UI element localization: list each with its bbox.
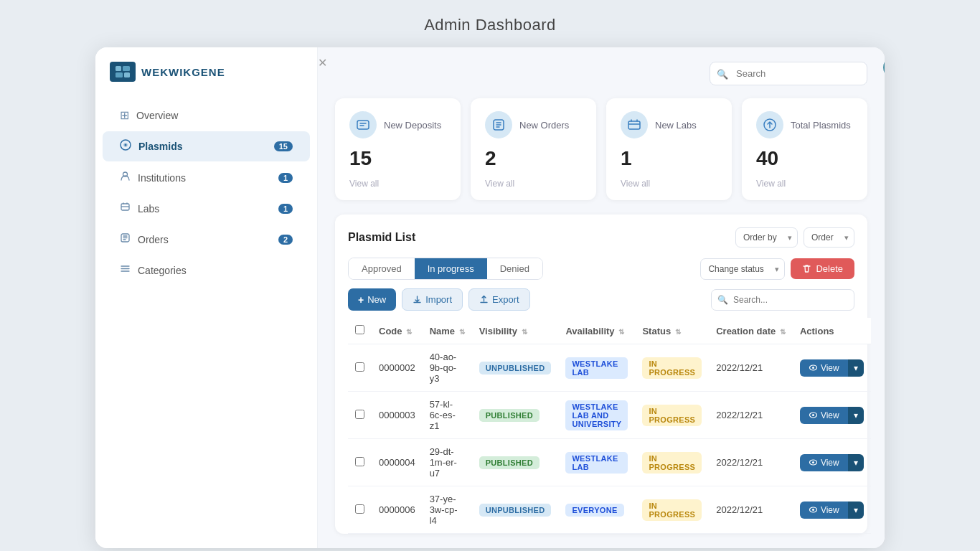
stat-card-header: New Deposits <box>349 111 446 138</box>
new-button[interactable]: + New <box>348 288 396 311</box>
labs-badge: 1 <box>278 204 293 214</box>
row-checkbox[interactable] <box>355 457 364 466</box>
view-all-link[interactable]: View all <box>756 179 853 189</box>
order-by-select[interactable]: Order by <box>735 227 798 248</box>
svg-point-16 <box>812 414 814 416</box>
col-visibility: Visibility ⇅ <box>472 318 559 344</box>
availability-badge: WESTLAKE LAB <box>565 357 628 379</box>
logo-icon <box>110 62 136 82</box>
tab-approved[interactable]: Approved <box>349 258 415 279</box>
status-badge: IN PROGRESS <box>642 357 702 379</box>
view-all-link[interactable]: View all <box>485 179 582 189</box>
sidebar-item-plasmids[interactable]: Plasmids 15 <box>103 131 310 161</box>
order-controls: Order by Order <box>735 227 854 248</box>
export-button[interactable]: Export <box>468 288 530 311</box>
sidebar-item-institutions[interactable]: Institutions 1 <box>103 163 310 192</box>
row-actions: View ▾ <box>793 344 871 392</box>
main-content: 🔍 New Deposits <box>318 47 885 548</box>
stat-card-new-orders: New Orders 2 View all <box>471 98 596 200</box>
sidebar-item-labs[interactable]: Labs 1 <box>103 194 310 223</box>
view-all-link[interactable]: View all <box>349 179 446 189</box>
close-button[interactable]: ✕ <box>318 56 327 70</box>
plasmid-section-title: Plasmid List <box>348 231 415 244</box>
row-checkbox[interactable] <box>355 362 364 372</box>
row-checkbox[interactable] <box>355 410 364 419</box>
sidebar-item-label: Categories <box>138 265 187 276</box>
availability-badge: WESTLAKE LAB <box>565 452 628 474</box>
delete-label: Delete <box>816 263 843 274</box>
select-all-checkbox[interactable] <box>355 325 364 334</box>
tab-filters-row: Approved In progress Denied Change statu… <box>348 258 854 280</box>
col-name: Name ⇅ <box>423 318 472 344</box>
row-visibility: PUBLISHED <box>472 439 559 486</box>
row-actions: View ▾ <box>793 392 871 439</box>
row-checkbox[interactable] <box>355 504 364 514</box>
view-button[interactable]: View <box>800 407 848 424</box>
eye-icon <box>809 410 818 420</box>
sidebar-item-orders[interactable]: Orders 2 <box>103 225 310 254</box>
svg-point-18 <box>812 461 814 463</box>
row-actions: View ▾ <box>793 486 871 534</box>
sidebar-item-label: Labs <box>138 203 159 215</box>
col-creation-date: Creation date ⇅ <box>709 318 793 344</box>
labs-icon <box>120 202 131 215</box>
view-btn-group: View ▾ <box>800 359 864 377</box>
trash-icon <box>802 264 811 273</box>
row-code: 0000003 <box>372 392 423 439</box>
sidebar-item-label: Institutions <box>138 172 186 184</box>
row-availability: WESTLAKE LAB <box>558 344 635 392</box>
row-availability: EVERYONE <box>558 486 635 534</box>
sidebar-item-overview[interactable]: ⊞ Overview <box>103 100 310 130</box>
delete-button[interactable]: Delete <box>791 258 854 279</box>
col-status: Status ⇅ <box>635 318 709 344</box>
row-name: 37-ye-3w-cp-l4 <box>423 486 472 534</box>
import-button[interactable]: Import <box>402 288 463 311</box>
order-by-wrapper: Order by <box>735 227 798 248</box>
svg-rect-9 <box>357 121 369 129</box>
view-dropdown-button[interactable]: ▾ <box>848 359 864 377</box>
view-button[interactable]: View <box>800 359 848 377</box>
search-icon: 🔍 <box>717 68 728 79</box>
tab-in-progress[interactable]: In progress <box>415 258 487 279</box>
row-name: 57-kl-6c-es-z1 <box>423 392 472 439</box>
stat-card-header: New Orders <box>485 111 582 138</box>
stats-grid: New Deposits 15 View all New <box>335 98 867 200</box>
change-status-wrapper: Change status <box>700 258 785 280</box>
row-visibility: UNPUBLISHED <box>472 344 559 392</box>
sidebar-item-categories[interactable]: Categories <box>103 255 310 285</box>
orders-icon <box>120 232 131 246</box>
svg-point-20 <box>812 509 814 511</box>
view-dropdown-button[interactable]: ▾ <box>848 407 864 424</box>
availability-badge: WESTLAKE LAB AND UNIVERSITY <box>565 400 628 430</box>
row-code: 0000006 <box>372 486 423 534</box>
change-status-select[interactable]: Change status <box>700 258 785 280</box>
tab-denied[interactable]: Denied <box>487 258 542 279</box>
order-select[interactable]: Order <box>804 227 854 248</box>
view-dropdown-button[interactable]: ▾ <box>848 501 864 519</box>
plasmids-icon <box>120 139 131 154</box>
row-visibility: UNPUBLISHED <box>472 486 559 534</box>
sidebar-item-label: Plasmids <box>138 141 182 152</box>
view-button[interactable]: View <box>800 454 848 471</box>
eye-icon <box>809 363 818 372</box>
svg-rect-3 <box>124 72 130 77</box>
table-search-input[interactable] <box>711 289 854 311</box>
row-name: 29-dt-1m-er-u7 <box>423 439 472 486</box>
eye-icon <box>809 458 818 467</box>
stat-card-value: 40 <box>756 147 853 170</box>
visibility-badge: PUBLISHED <box>479 409 540 422</box>
status-badge: IN PROGRESS <box>642 405 702 426</box>
view-dropdown-button[interactable]: ▾ <box>848 454 864 471</box>
row-status: IN PROGRESS <box>635 486 709 534</box>
stat-card-value: 2 <box>485 147 582 170</box>
logo-text: WEKWIKGENE <box>141 66 225 78</box>
search-input[interactable] <box>710 62 867 85</box>
row-availability: WESTLAKE LAB AND UNIVERSITY <box>558 392 635 439</box>
view-all-link[interactable]: View all <box>621 179 717 189</box>
table-row: 0000004 29-dt-1m-er-u7 PUBLISHED WESTLAK… <box>348 439 871 486</box>
availability-badge: EVERYONE <box>565 504 623 517</box>
view-button[interactable]: View <box>800 501 848 519</box>
action-toolbar-left: + New Import <box>348 288 530 311</box>
row-checkbox-cell <box>348 486 372 534</box>
row-status: IN PROGRESS <box>635 439 709 486</box>
